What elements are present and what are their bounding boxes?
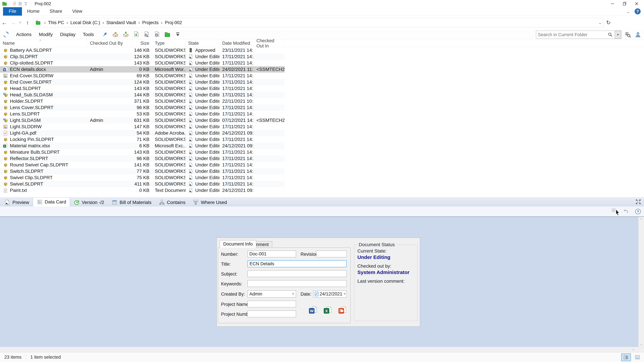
back-button[interactable]: ← — [0, 18, 9, 27]
breadcrumb-item[interactable]: Local Disk (C:) — [70, 20, 100, 25]
tab-document-info[interactable]: Document Info — [220, 240, 256, 248]
subject-field[interactable] — [248, 270, 347, 277]
user-icon[interactable] — [634, 31, 641, 38]
number-field[interactable] — [248, 251, 296, 257]
check-in-icon[interactable] — [122, 31, 129, 38]
file-row[interactable]: Miniature Bulb.SLDPRT143 KBSOLIDWORKS ..… — [0, 149, 284, 155]
ribbon-tab-share[interactable]: Share — [44, 7, 67, 15]
panel-tab-bill-of-materials[interactable]: Bill of Materials — [108, 199, 155, 206]
project-name-field[interactable] — [248, 301, 296, 307]
file-row[interactable]: Lens Cover.SLDPRT96 KBSOLIDWORKS ...Unde… — [0, 104, 284, 111]
close-button[interactable] — [630, 0, 643, 7]
recent-locations-icon[interactable]: ˅ — [18, 18, 23, 27]
file-row[interactable]: Swivel Clip.SLDPRT75 KBSOLIDWORKS ...Und… — [0, 174, 284, 181]
undo-icon[interactable] — [622, 208, 629, 215]
document-history-icon[interactable] — [154, 31, 160, 38]
qat-blank-icon[interactable] — [17, 1, 23, 6]
details-view-button[interactable] — [621, 354, 631, 361]
panel-tab-where-used[interactable]: Where Used — [189, 199, 230, 206]
breadcrumb-separator[interactable]: › — [42, 20, 48, 25]
pin-icon[interactable] — [102, 31, 108, 37]
keywords-field[interactable] — [248, 280, 347, 287]
column-header-date-modified[interactable]: Date Modified — [220, 40, 254, 47]
powerpoint-icon[interactable] — [338, 306, 347, 315]
file-row[interactable]: Round Swivel Cap.SLDPRT141 KBSOLIDWORKS … — [0, 162, 284, 168]
search-box[interactable] — [536, 31, 615, 39]
menu-display[interactable]: Display — [56, 32, 79, 37]
menu-tools[interactable]: Tools — [79, 32, 98, 37]
title-field[interactable] — [248, 260, 347, 267]
column-header-type[interactable]: Type — [152, 40, 186, 47]
file-row[interactable]: XMaterial matrix.xlsx6 KBMicrosoft Exc..… — [0, 143, 284, 149]
expand-ribbon-icon[interactable]: ⌄ — [626, 9, 630, 14]
fullscreen-icon[interactable] — [635, 199, 641, 205]
file-row[interactable]: Light.SLDDRW147 KBSOLIDWORKS ...Under Ed… — [0, 123, 284, 130]
card-help-icon[interactable]: ? — [634, 208, 642, 215]
file-row[interactable]: Battery AA.SLDPRT146 KBSOLIDWORKS ...App… — [0, 47, 284, 53]
file-row[interactable]: Clip-slotted.SLDPRT143 KBSOLIDWORKS ...U… — [0, 60, 284, 66]
file-row[interactable]: Locking Pin.SLDPRT71 KBSOLIDWORKS ...Und… — [0, 136, 284, 143]
file-row[interactable]: Lens.SLDPRT53 KBSOLIDWORKS ...Under Edit… — [0, 111, 284, 117]
ribbon-tab-view[interactable]: View — [67, 7, 88, 15]
breadcrumb-separator[interactable]: › — [159, 20, 165, 25]
breadcrumb-item[interactable]: Projects — [142, 20, 159, 25]
menu-actions[interactable]: Actions — [12, 32, 35, 37]
file-row[interactable]: Holder.SLDPRT371 KBSOLIDWORKS ...Under E… — [0, 98, 284, 104]
file-row[interactable]: Switch.SLDPRT77 KBSOLIDWORKS ...Under Ed… — [0, 168, 284, 174]
sort-ascending-icon[interactable]: ⌃ — [39, 39, 42, 43]
document-search-icon[interactable] — [143, 31, 150, 38]
column-header-checked-out-in[interactable]: Checked Out In — [254, 40, 284, 47]
thumbnail-view-button[interactable] — [632, 354, 642, 361]
project-number-field[interactable] — [248, 311, 296, 317]
breadcrumb-separator[interactable]: › — [136, 20, 142, 25]
file-row[interactable]: Swivel.SLDPRT411 KBSOLIDWORKS ...Under E… — [0, 181, 284, 187]
overflow-icon[interactable] — [174, 31, 181, 38]
restore-button[interactable] — [618, 0, 630, 7]
breadcrumb[interactable]: ›This PC›Local Disk (C:)›Standard Vault›… — [33, 18, 604, 27]
file-row[interactable]: WECN details.docxAdmin0 KBMicrosoft Wor.… — [0, 66, 284, 72]
column-header-state[interactable]: State — [186, 40, 220, 47]
forward-button[interactable]: → — [9, 18, 18, 27]
quick-search-icon[interactable] — [624, 31, 631, 38]
search-icon[interactable] — [608, 32, 613, 37]
revision-field[interactable] — [316, 251, 347, 257]
breadcrumb-item[interactable]: Standard Vault — [106, 20, 136, 25]
breadcrumb-separator[interactable]: › — [64, 20, 70, 25]
breadcrumb-separator[interactable]: › — [100, 20, 106, 25]
horizontal-scrollbar[interactable]: › — [0, 347, 644, 352]
breadcrumb-item[interactable]: Proj-002 — [165, 20, 182, 25]
refresh-icon[interactable]: ↻ — [604, 18, 614, 27]
qat-dropdown-icon[interactable]: ⌄ — [24, 3, 27, 5]
file-row[interactable]: Light.SLDASMAdmin631 KBSOLIDWORKS ...Und… — [0, 117, 284, 123]
column-header-checked-out-by[interactable]: Checked Out By — [87, 40, 131, 47]
column-header-size[interactable]: Size — [131, 40, 152, 47]
column-header-name[interactable]: Name — [0, 40, 87, 47]
search-dropdown-button[interactable]: ▾ — [615, 31, 621, 39]
date-checkbox[interactable]: ✓ — [315, 292, 318, 296]
excel-icon[interactable]: X — [323, 306, 332, 315]
ribbon-tab-home[interactable]: Home — [22, 7, 44, 15]
panel-tab-contains[interactable]: Contains — [155, 199, 189, 206]
get-latest-icon[interactable] — [133, 31, 140, 38]
scroll-right-icon[interactable]: › — [632, 347, 634, 352]
created-by-select[interactable]: Admin˅ — [248, 291, 296, 298]
check-out-icon[interactable] — [112, 31, 119, 38]
qat-properties-icon[interactable] — [12, 1, 17, 6]
file-row[interactable]: Light-GA.pdf54 KBAdobe Acroba...Under Ed… — [0, 130, 284, 136]
vault-folder-icon[interactable] — [164, 31, 171, 38]
scroll-down-icon[interactable]: ⌄ — [638, 342, 644, 346]
panel-tab-data-card[interactable]: Data Card — [33, 197, 70, 206]
address-dropdown-icon[interactable]: ⌄ — [598, 20, 602, 25]
file-row[interactable]: Paint.txt0 KBText DocumentUnder Editing2… — [0, 187, 284, 194]
file-row[interactable]: End Cover.SLDDRW69 KBSOLIDWORKS ...Under… — [0, 72, 284, 79]
breadcrumb-item[interactable]: This PC — [48, 20, 64, 25]
menu-modify[interactable]: Modify — [35, 32, 56, 37]
file-row[interactable]: Head.SLDPRT143 KBSOLIDWORKS ...Under Edi… — [0, 85, 284, 92]
file-row[interactable]: Clip.SLDPRT124 KBSOLIDWORKS ...Under Edi… — [0, 53, 284, 60]
date-picker[interactable]: ✓ 24/12/2021 ˅ — [313, 291, 347, 298]
word-icon[interactable]: W — [308, 306, 318, 315]
search-input[interactable] — [538, 32, 608, 37]
file-row[interactable]: Reflector.SLDPRT96 KBSOLIDWORKS ...Under… — [0, 155, 284, 162]
file-row[interactable]: Head_Sub.SLDASM144 KBSOLIDWORKS ...Under… — [0, 92, 284, 98]
help-icon[interactable]: ? — [634, 8, 641, 14]
